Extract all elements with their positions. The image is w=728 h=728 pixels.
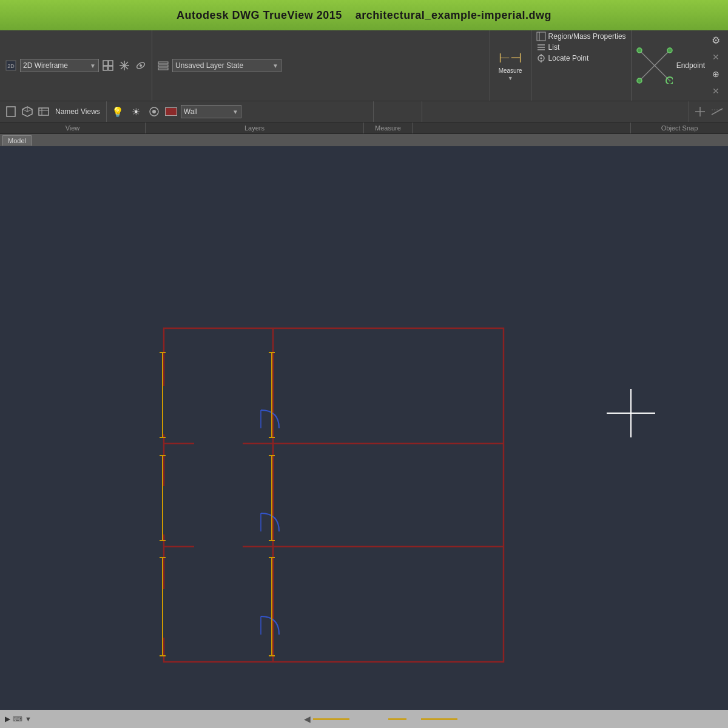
tools-group-row2 [422, 101, 689, 122]
svg-text:2D: 2D [7, 63, 15, 69]
measure-group-row1: ⊢⊣ Measure ▼ [490, 30, 531, 101]
svg-rect-15 [537, 32, 545, 41]
command-prompt[interactable]: ▶ ⌨ ▼ [5, 715, 32, 723]
toolbar-container: 2D 2D Wireframe ▼ [0, 30, 728, 134]
tools-section-label [413, 123, 631, 133]
drawing-svg [0, 146, 728, 680]
svg-rect-12 [158, 62, 168, 64]
layer-color-swatch[interactable] [165, 107, 177, 116]
object-snap-group-row2 [689, 101, 728, 122]
section-labels-row: View Layers Measure Object Snap [0, 123, 728, 134]
view-mode-icon[interactable]: 2D [4, 58, 18, 73]
named-views-icon[interactable] [36, 104, 51, 119]
viewport-icon-1[interactable] [101, 58, 115, 73]
cmd-icon: ▶ [5, 715, 10, 723]
title-bar: Autodesk DWG TrueView 2015 architectural… [0, 0, 728, 30]
svg-line-34 [27, 109, 32, 112]
layer-dropdown[interactable]: Wall ▼ [181, 105, 241, 118]
app-title: Autodesk DWG TrueView 2015 architectural… [177, 9, 551, 22]
snap-extra-icon[interactable]: ✕ [709, 84, 723, 98]
view-group-row1: 2D 2D Wireframe ▼ [0, 30, 152, 101]
layer-props-icon[interactable] [156, 58, 170, 73]
svg-line-35 [22, 109, 27, 112]
parallel-snap-icon[interactable] [710, 104, 724, 119]
view-mode-dropdown[interactable]: 2D Wireframe ▼ [20, 59, 99, 72]
svg-rect-31 [7, 107, 15, 116]
cube-icon[interactable] [20, 104, 35, 119]
svg-point-30 [669, 80, 670, 82]
svg-rect-53 [161, 589, 168, 638]
svg-point-21 [540, 58, 542, 59]
view-section-label: View [0, 123, 146, 133]
object-snap-group-row1: Endpoint ⚙ ✕ ⊕ ✕ [632, 30, 728, 101]
svg-rect-14 [158, 68, 168, 70]
layers-group-row2: 💡 ☀ Wall ▼ [107, 101, 374, 122]
layer-state-dropdown[interactable]: Unsaved Layer State ▼ [172, 59, 281, 72]
layers-group-row1: Unsaved Layer State ▼ [152, 30, 490, 101]
objectsnap-section-label: Object Snap [631, 123, 728, 133]
close-icon[interactable]: ✕ [709, 50, 723, 64]
svg-line-43 [712, 109, 723, 115]
cmd-arrow: ▼ [25, 715, 32, 723]
tools-group-row1: Region/Mass Properties List Locate Point [531, 30, 632, 101]
svg-rect-55 [194, 544, 243, 551]
perp-snap-icon[interactable] [693, 104, 707, 119]
paper-icon[interactable] [4, 104, 18, 119]
svg-point-28 [637, 78, 642, 83]
locate-point-btn[interactable]: Locate Point [536, 53, 589, 63]
svg-rect-5 [109, 66, 113, 70]
orbit-icon[interactable] [133, 58, 148, 73]
svg-rect-2 [103, 61, 108, 66]
layers-section-label: Layers [146, 123, 364, 133]
svg-rect-4 [103, 66, 107, 70]
view-group-row2: Named Views [0, 101, 107, 122]
endpoint-label: Endpoint [676, 61, 705, 70]
svg-rect-3 [109, 61, 113, 66]
toolbar-row-1: 2D 2D Wireframe ▼ [0, 30, 728, 101]
measure-section-label: Measure [364, 123, 413, 133]
snap-options-icon[interactable]: ⊕ [709, 67, 723, 81]
measure-group-row2 [374, 101, 422, 122]
drawing-canvas[interactable] [0, 146, 728, 680]
region-mass-btn[interactable]: Region/Mass Properties [536, 32, 626, 41]
nav-line-2 [388, 718, 406, 720]
layer-display-icon[interactable] [147, 104, 161, 119]
svg-point-11 [140, 64, 142, 67]
lightbulb-icon[interactable]: 💡 [110, 104, 125, 119]
svg-rect-13 [158, 65, 168, 67]
status-bar: ▶ ⌨ ▼ ◀ [0, 710, 728, 728]
layer-dropdown-arrow: ▼ [232, 109, 238, 115]
snowflake-icon[interactable] [117, 58, 132, 73]
nav-arrow-left: ◀ [304, 714, 311, 724]
svg-rect-51 [161, 386, 168, 434]
measure-button[interactable]: ⊢⊣ Measure ▼ [494, 49, 527, 83]
svg-rect-36 [39, 108, 49, 115]
snap-settings-icon[interactable]: ⚙ [709, 33, 723, 47]
list-btn[interactable]: List [536, 42, 560, 52]
svg-rect-52 [161, 486, 168, 534]
svg-point-40 [152, 110, 156, 113]
cmd-symbol: ⌨ [13, 715, 22, 723]
svg-rect-54 [194, 441, 243, 448]
svg-point-26 [637, 48, 642, 53]
sun-icon[interactable]: ☀ [129, 104, 143, 119]
svg-point-27 [667, 48, 672, 53]
nav-line-3 [421, 718, 457, 720]
view-mode-arrow: ▼ [90, 62, 96, 69]
toolbar-row-2: Named Views 💡 ☀ Wall ▼ [0, 101, 728, 123]
nav-line-1 [313, 718, 349, 720]
named-views-button[interactable]: Named Views [53, 106, 103, 117]
layer-state-arrow: ▼ [272, 62, 278, 69]
